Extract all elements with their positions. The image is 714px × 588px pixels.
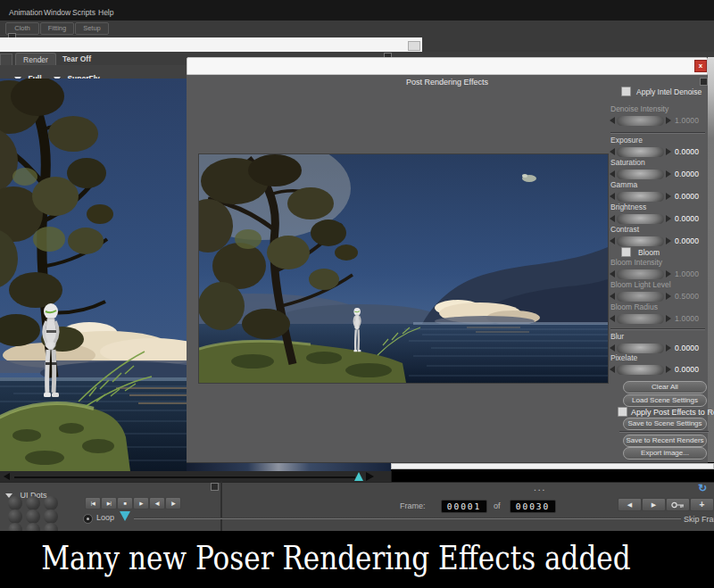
timeline-position-marker[interactable] (120, 511, 130, 521)
bloom-radius-slider[interactable]: 1.0000 (610, 313, 708, 324)
slider-left-arrow-icon[interactable] (610, 270, 615, 277)
bloom-light-level-slider[interactable]: 0.5000 (610, 291, 708, 302)
clear-all-button[interactable]: Clear All (623, 381, 707, 393)
next-keyframe-button[interactable]: ▶ (642, 498, 666, 511)
bloom-checkbox[interactable] (621, 247, 631, 257)
prev-keyframe-button[interactable]: ◀ (618, 498, 642, 511)
ui-dot[interactable] (44, 509, 58, 524)
ui-dot[interactable] (8, 509, 22, 524)
bloom-row[interactable]: Bloom (621, 247, 660, 257)
slider-left-arrow-icon[interactable] (610, 344, 615, 352)
apply-post-effects-row[interactable]: Apply Post Effects to Render (618, 407, 714, 417)
dialog-titlebar[interactable] (187, 57, 708, 75)
bloom-intensity-slider[interactable]: 1.0000 (610, 269, 708, 279)
slider-left-arrow-icon[interactable] (610, 148, 615, 155)
slider-track[interactable] (617, 269, 664, 279)
slider-right-arrow-icon[interactable] (666, 315, 671, 322)
ui-dot[interactable] (8, 496, 22, 510)
loop-toggle[interactable] (83, 514, 93, 524)
room-tab-fitting[interactable]: Fitting (40, 22, 74, 35)
save-to-recent-renders-button[interactable]: Save to Recent Renders (623, 435, 707, 447)
slider-right-arrow-icon[interactable] (666, 270, 671, 277)
export-image-button[interactable]: Export image... (623, 447, 707, 460)
slider-track[interactable] (617, 292, 664, 302)
ui-dot[interactable] (26, 509, 40, 524)
slider-left-arrow-icon[interactable] (610, 170, 615, 178)
step-back-button[interactable]: ◀| (149, 497, 165, 509)
play-button[interactable]: ▶ (133, 497, 149, 509)
room-tab-setup[interactable]: Setup (75, 22, 109, 35)
slider-left-arrow-icon[interactable] (610, 193, 615, 200)
pixelate-slider[interactable]: 0.0000 (610, 364, 708, 375)
tab-render[interactable]: Render (15, 53, 56, 66)
first-frame-button[interactable]: |◀ (85, 497, 101, 509)
scrubber-left-arrow-icon[interactable] (4, 473, 10, 480)
edit-keyframes-button[interactable] (666, 498, 690, 511)
slider-track[interactable] (617, 116, 664, 126)
tab-tear-off[interactable]: Tear Off (57, 53, 96, 65)
scrubber-marker[interactable] (354, 472, 363, 481)
slider-track[interactable] (617, 314, 664, 324)
timeline-track[interactable] (134, 518, 681, 519)
last-frame-button[interactable]: ▶| (101, 497, 117, 509)
slider-left-arrow-icon[interactable] (610, 117, 615, 124)
slider-right-arrow-icon[interactable] (666, 148, 671, 155)
apply-intel-denoise-checkbox[interactable] (621, 87, 631, 96)
apply-post-effects-checkbox[interactable] (618, 407, 627, 417)
panel-handle[interactable]: ... (534, 483, 546, 493)
slider-track[interactable] (617, 344, 664, 353)
menu-help[interactable]: Help (98, 8, 113, 17)
slider-right-arrow-icon[interactable] (666, 293, 671, 300)
hidden-tab-stub[interactable] (0, 54, 12, 66)
slider-right-arrow-icon[interactable] (666, 170, 671, 178)
menu-animation[interactable]: Animation (9, 8, 43, 17)
menu-window[interactable]: Window (44, 8, 71, 17)
frame-total-field[interactable]: 00030 (510, 500, 556, 513)
slider-track[interactable] (617, 236, 664, 246)
brightness-slider[interactable]: 0.0000 (610, 213, 708, 224)
ui-dot[interactable] (26, 496, 40, 510)
load-scene-settings-button[interactable]: Load Scene Settings (623, 394, 707, 407)
titlebar-button[interactable] (408, 41, 420, 51)
slider-left-arrow-icon[interactable] (610, 366, 615, 373)
apply-intel-denoise-row[interactable]: Apply Intel Denoise (621, 87, 702, 96)
slider-right-arrow-icon[interactable] (666, 117, 671, 124)
frame-current-field[interactable]: 00001 (441, 500, 487, 513)
ui-dot[interactable] (44, 496, 58, 510)
exposure-slider[interactable]: 0.0000 (610, 146, 708, 157)
stop-button[interactable]: ■ (117, 497, 133, 509)
document-window-titlebar[interactable] (0, 37, 422, 53)
refresh-icon[interactable]: ↻ (698, 482, 707, 494)
slider-right-arrow-icon[interactable] (666, 215, 671, 222)
slider-track[interactable] (617, 147, 664, 157)
blur-slider[interactable]: 0.0000 (610, 343, 708, 353)
slider-right-arrow-icon[interactable] (666, 193, 671, 200)
slider-left-arrow-icon[interactable] (610, 293, 615, 300)
slider-track[interactable] (617, 214, 664, 224)
slider-left-arrow-icon[interactable] (610, 315, 615, 322)
caption-text: Many new Poser Rendering Effects added (41, 539, 630, 577)
scrubber-play-icon[interactable] (366, 472, 374, 481)
slider-left-arrow-icon[interactable] (610, 237, 615, 244)
slider-value: 0.0000 (675, 170, 699, 178)
slider-value: 0.0000 (675, 344, 699, 352)
slider-track[interactable] (617, 192, 664, 202)
gamma-slider[interactable]: 0.0000 (610, 191, 708, 202)
saturation-slider[interactable]: 0.0000 (610, 169, 708, 179)
slider-value: 0.0000 (675, 236, 699, 245)
slider-track[interactable] (617, 365, 664, 375)
contrast-slider[interactable]: 0.0000 (610, 236, 708, 246)
slider-right-arrow-icon[interactable] (666, 344, 671, 352)
slider-label-blur: Blur (610, 332, 624, 341)
ui-dots-collapse-icon[interactable] (211, 483, 219, 491)
slider-left-arrow-icon[interactable] (610, 215, 615, 222)
slider-right-arrow-icon[interactable] (666, 366, 671, 373)
save-to-scene-settings-button[interactable]: Save to Scene Settings (623, 418, 707, 430)
menu-scripts[interactable]: Scripts (72, 8, 95, 17)
step-forward-button[interactable]: |▶ (165, 497, 181, 509)
denoise-intensity-slider[interactable]: 1.0000 (610, 115, 708, 126)
slider-track[interactable] (617, 170, 664, 179)
close-icon[interactable]: x (694, 60, 707, 72)
slider-right-arrow-icon[interactable] (666, 237, 671, 244)
add-keyframe-button[interactable]: + (690, 498, 714, 511)
